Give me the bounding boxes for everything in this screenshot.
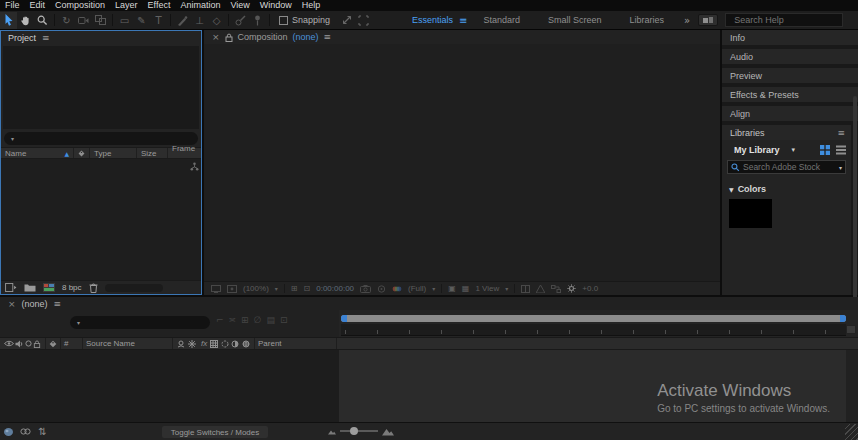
zoom-slider[interactable] — [340, 430, 378, 432]
zoom-slider-thumb[interactable] — [350, 427, 358, 435]
project-flowchart-icon[interactable] — [190, 162, 199, 171]
show-channels-icon[interactable] — [392, 285, 402, 293]
pan-behind-tool-icon[interactable] — [92, 12, 109, 29]
panel-header-info[interactable]: Info — [722, 30, 858, 45]
frame-blending-icon[interactable]: ∅ — [254, 315, 262, 325]
effects-fx-icon[interactable]: fx — [201, 339, 207, 348]
snapping-checkbox[interactable] — [279, 16, 288, 25]
layer-tracks-area[interactable]: Activate Windows Go to PC settings to ac… — [339, 350, 846, 422]
view-layout-value[interactable]: 1 View — [475, 284, 499, 293]
work-area-bar[interactable] — [341, 315, 846, 322]
type-tool-icon[interactable]: T — [150, 12, 167, 29]
workspace-tab-standard[interactable]: Standard — [469, 15, 534, 25]
clone-stamp-tool-icon[interactable]: ⊥ — [191, 12, 208, 29]
region-of-interest-icon[interactable]: ▣ — [448, 284, 456, 293]
exposure-value[interactable]: +0.0 — [582, 284, 598, 293]
project-bottom-scrollbar[interactable] — [105, 284, 163, 292]
timeline-vertical-scrollbar[interactable] — [846, 350, 858, 422]
timeline-panel-menu-icon[interactable]: ≡ — [54, 299, 62, 309]
selection-tool-icon[interactable] — [0, 12, 17, 29]
expand-transfer-controls-icon[interactable] — [0, 423, 17, 440]
snapping-control[interactable]: Snapping — [279, 15, 330, 25]
gear-icon[interactable] — [567, 284, 576, 293]
brush-tool-icon[interactable] — [174, 12, 191, 29]
pen-tool-icon[interactable]: ✎ — [133, 12, 150, 29]
lock-viewer-icon[interactable] — [225, 33, 233, 42]
resolution-value[interactable]: (Full) — [408, 284, 426, 293]
mini-flowchart-icon[interactable] — [551, 285, 561, 293]
panel-header-audio[interactable]: Audio — [722, 49, 858, 64]
snapshot-camera-icon[interactable] — [360, 285, 371, 293]
hide-shy-layers-icon[interactable]: ⊞ — [241, 315, 249, 325]
column-size[interactable]: Size — [137, 148, 168, 158]
column-type[interactable]: Type — [90, 148, 137, 158]
pixel-aspect-icon[interactable] — [521, 285, 530, 293]
menu-file[interactable]: File — [5, 0, 20, 11]
panel-header-preview[interactable]: Preview — [722, 68, 858, 83]
workspace-tab-essentials[interactable]: Essentials — [398, 15, 467, 25]
source-name-column[interactable]: Source Name — [83, 338, 173, 349]
frame-blend-icon[interactable] — [210, 340, 218, 348]
composition-tab-label[interactable]: Composition — [238, 32, 288, 42]
motion-blur-icon[interactable]: ▤ — [266, 315, 275, 325]
parent-column[interactable]: Parent — [255, 338, 337, 349]
rectangle-tool-icon[interactable]: ▭ — [116, 12, 133, 29]
diagonal-arrows-icon[interactable] — [338, 12, 355, 29]
search-options-caret-icon[interactable]: ▾ — [77, 319, 80, 326]
composition-mini-flowchart-icon[interactable]: ⌐ — [216, 315, 224, 325]
roto-brush-tool-icon[interactable] — [232, 12, 249, 29]
close-tab-icon[interactable]: × — [8, 299, 16, 309]
magnification-value[interactable]: (100%) — [243, 284, 269, 293]
comp-marker-bin-icon[interactable] — [846, 325, 856, 334]
column-frame-rate[interactable]: Frame ... — [168, 148, 201, 158]
corner-brackets-icon[interactable] — [355, 12, 372, 29]
project-bit-depth[interactable]: 8 bpc — [62, 283, 82, 292]
composition-timecode[interactable]: 0:00:00:00 — [316, 284, 354, 293]
adjustment-layer-icon[interactable] — [231, 340, 239, 348]
composition-panel-menu-icon[interactable]: ≡ — [324, 32, 332, 42]
rotation-tool-icon[interactable]: ↻ — [58, 12, 75, 29]
close-tab-icon[interactable]: × — [212, 32, 220, 42]
toggle-switches-modes-button[interactable]: Toggle Switches / Modes — [162, 426, 268, 438]
resize-grip[interactable] — [845, 424, 858, 440]
draft-3d-icon[interactable]: ≍ — [229, 315, 237, 325]
eraser-tool-icon[interactable]: ◇ — [208, 12, 225, 29]
zoom-out-mountain-icon[interactable] — [328, 428, 336, 435]
adobe-stock-search-input[interactable] — [743, 162, 836, 172]
workspace-tab-small-screen[interactable]: Small Screen — [534, 15, 616, 25]
new-composition-icon[interactable] — [43, 283, 55, 292]
trash-icon[interactable] — [89, 283, 98, 293]
resolution-caret-icon[interactable]: ▾ — [432, 285, 435, 292]
colors-section-header[interactable]: ▼ Colors — [729, 184, 851, 194]
menu-help[interactable]: Help — [302, 0, 321, 11]
menu-layer[interactable]: Layer — [115, 0, 138, 11]
menu-composition[interactable]: Composition — [55, 0, 105, 11]
menu-window[interactable]: Window — [260, 0, 292, 11]
sidebar-scrollbar[interactable] — [853, 96, 857, 320]
stock-search-caret-icon[interactable]: ▾ — [839, 164, 842, 171]
column-name[interactable]: Name ▲ — [1, 148, 74, 158]
timeline-search-box[interactable]: ▾ — [70, 316, 210, 329]
audio-icon[interactable] — [15, 340, 23, 348]
library-name[interactable]: My Library — [734, 145, 780, 155]
workspace-tab-libraries[interactable]: Libraries — [616, 15, 679, 25]
search-options-caret-icon[interactable]: ▾ — [11, 135, 14, 142]
composition-viewer[interactable] — [204, 44, 720, 281]
help-search-input[interactable] — [734, 15, 851, 25]
expand-in-out-icon[interactable] — [17, 423, 34, 440]
expand-stretch-icon[interactable]: ⇅ — [34, 423, 51, 440]
solo-icon[interactable] — [25, 340, 32, 347]
column-label-color[interactable] — [74, 148, 90, 158]
workspace-menu-icon[interactable]: ≡ — [459, 15, 467, 26]
grid-options-icon[interactable]: ⊞ — [291, 284, 298, 293]
graph-editor-icon[interactable]: ⊡ — [280, 315, 288, 325]
menu-animation[interactable]: Animation — [180, 0, 220, 11]
project-tab[interactable]: Project — [8, 33, 36, 43]
shy-icon[interactable] — [177, 340, 185, 348]
workspace-switcher-icon[interactable] — [698, 14, 718, 26]
3d-layer-icon[interactable] — [242, 340, 250, 348]
menu-effect[interactable]: Effect — [148, 0, 171, 11]
zoom-in-mountain-icon[interactable] — [382, 426, 394, 436]
collapse-transformations-icon[interactable] — [188, 340, 196, 348]
menu-edit[interactable]: Edit — [30, 0, 46, 11]
